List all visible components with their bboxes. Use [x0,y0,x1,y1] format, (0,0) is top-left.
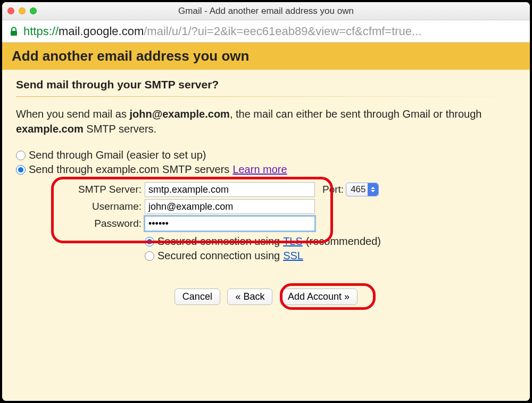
port-value: 465 [351,184,365,195]
titlebar: Gmail - Add another email address you ow… [2,2,530,20]
intro-middle: , the mail can either be sent through Gm… [230,108,482,120]
tls-suffix: (recommended) [306,235,381,248]
main-panel: Send mail through your SMTP server? When… [2,70,530,314]
url-protocol: https:// [23,24,59,38]
radio-smtp-prefix: Send through [29,163,93,176]
username-input[interactable] [145,199,315,214]
radio-gmail-row[interactable]: Send through Gmail (easier to set up) [16,149,516,161]
window-title: Gmail - Add another email address you ow… [2,6,530,17]
send-through-group: Send through Gmail (easier to set up) Se… [16,149,516,176]
radio-smtp[interactable] [16,165,26,175]
url-path: /mail/u/1/?ui=2&ik=eec61eab89&view=cf&cf… [144,24,421,38]
radio-gmail[interactable] [16,151,26,160]
lock-icon [10,27,18,36]
intro-text: When you send mail as john@example.com, … [16,106,516,136]
radio-tls[interactable] [145,237,154,246]
url-bar[interactable]: https://mail.google.com/mail/u/1/?ui=2&i… [2,20,530,43]
url-host: mail.google.com [59,24,144,38]
learn-more-link[interactable]: Learn more [232,163,287,176]
svg-rect-0 [11,31,17,36]
divider [16,96,516,97]
radio-gmail-label: Send through Gmail (easier to set up) [29,149,206,161]
stepper-arrows-icon[interactable] [368,183,378,196]
browser-window: Gmail - Add another email address you ow… [2,2,530,401]
radio-tls-row[interactable]: Secured connection using TLS (recommende… [145,235,516,248]
password-input[interactable] [145,216,315,231]
ssl-link[interactable]: SSL [283,250,303,262]
intro-domain: example.com [16,123,84,135]
ssl-prefix: Secured connection using [157,250,280,262]
button-row: Cancel « Back Add Account » [16,289,516,305]
intro-prefix: When you send mail as [16,108,129,120]
password-label: Password: [59,218,145,229]
security-group: Secured connection using TLS (recommende… [145,235,516,262]
radio-smtp-domain: example.com [96,163,159,176]
password-row: Password: [59,216,516,231]
back-button[interactable]: « Back [227,289,272,305]
smtp-server-row: SMTP Server: Port: 465 [59,182,516,197]
port-select[interactable]: 465 [346,183,379,196]
smtp-server-label: SMTP Server: [59,184,145,195]
radio-smtp-row[interactable]: Send through example.com SMTP servers Le… [16,163,516,176]
smtp-server-input[interactable] [145,182,315,197]
add-account-button[interactable]: Add Account » [280,289,358,305]
tls-prefix: Secured connection using [157,235,280,248]
subheader: Send mail through your SMTP server? [16,78,516,91]
radio-ssl-row[interactable]: Secured connection using SSL [145,250,516,262]
port-label: Port: [322,184,344,195]
content-area: Add another email address you own Send m… [2,43,530,401]
intro-email: john@example.com [129,108,229,120]
username-row: Username: [59,199,516,214]
intro-suffix: SMTP servers. [84,123,156,135]
cancel-button[interactable]: Cancel [174,289,220,305]
username-label: Username: [59,201,145,212]
radio-smtp-suffix: SMTP servers [162,163,229,176]
page-title: Add another email address you own [2,43,530,70]
smtp-form: SMTP Server: Port: 465 Username: Passwor… [59,182,516,231]
radio-ssl[interactable] [145,251,154,261]
tls-link[interactable]: TLS [283,235,303,248]
